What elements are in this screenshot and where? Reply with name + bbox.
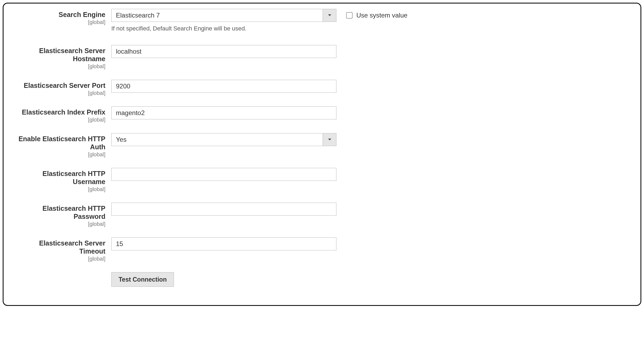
row-test-connection: Test Connection [12, 272, 632, 287]
control-col [111, 106, 336, 119]
row-es-http-auth: Enable Elasticsearch HTTP Auth [global] … [12, 133, 632, 158]
use-system-value-label: Use system value [356, 12, 407, 19]
scope-label: [global] [12, 221, 105, 227]
label-search-engine: Search Engine [12, 11, 105, 19]
es-http-password-input[interactable] [111, 203, 336, 216]
label-es-http-username: Elasticsearch HTTP Username [12, 170, 105, 186]
row-search-engine: Search Engine [global] Elasticsearch 7 I… [12, 9, 632, 32]
es-port-input[interactable] [111, 80, 336, 93]
test-connection-button[interactable]: Test Connection [111, 272, 174, 287]
control-col [111, 237, 336, 250]
label-col: Elasticsearch HTTP Password [global] [12, 203, 111, 227]
scope-label: [global] [12, 63, 105, 70]
label-col: Elasticsearch Index Prefix [global] [12, 106, 111, 123]
label-es-timeout: Elasticsearch Server Timeout [12, 239, 105, 255]
row-es-hostname: Elasticsearch Server Hostname [global] [12, 45, 632, 70]
label-es-http-auth: Enable Elasticsearch HTTP Auth [12, 135, 105, 151]
use-system-value-checkbox[interactable]: Use system value [346, 12, 407, 19]
config-panel: Search Engine [global] Elasticsearch 7 I… [3, 3, 641, 306]
label-col: Search Engine [global] [12, 9, 111, 25]
scope-label: [global] [12, 186, 105, 192]
scope-label: [global] [12, 117, 105, 123]
es-http-username-input[interactable] [111, 168, 336, 181]
control-col [111, 203, 336, 216]
label-col [12, 272, 111, 274]
label-es-http-password: Elasticsearch HTTP Password [12, 204, 105, 220]
control-col: Elasticsearch 7 If not specified, Defaul… [111, 9, 336, 32]
control-col: Yes [111, 133, 336, 146]
chevron-down-icon [323, 133, 336, 146]
label-es-index-prefix: Elasticsearch Index Prefix [12, 108, 105, 116]
label-col: Elasticsearch Server Timeout [global] [12, 237, 111, 262]
row-es-http-username: Elasticsearch HTTP Username [global] [12, 168, 632, 192]
label-col: Elasticsearch HTTP Username [global] [12, 168, 111, 192]
row-es-timeout: Elasticsearch Server Timeout [global] [12, 237, 632, 262]
scope-label: [global] [12, 151, 105, 158]
label-col: Enable Elasticsearch HTTP Auth [global] [12, 133, 111, 158]
es-index-prefix-input[interactable] [111, 106, 336, 119]
label-es-hostname: Elasticsearch Server Hostname [12, 47, 105, 63]
row-es-index-prefix: Elasticsearch Index Prefix [global] [12, 106, 632, 123]
es-http-auth-select[interactable]: Yes [111, 133, 336, 146]
scope-label: [global] [12, 90, 105, 96]
aux-col: Use system value [336, 9, 407, 22]
es-http-auth-value: Yes [112, 136, 323, 143]
checkbox-icon [346, 12, 353, 19]
es-hostname-input[interactable] [111, 45, 336, 58]
label-col: Elasticsearch Server Hostname [global] [12, 45, 111, 70]
label-es-port: Elasticsearch Server Port [12, 81, 105, 89]
row-es-http-password: Elasticsearch HTTP Password [global] [12, 203, 632, 227]
label-col: Elasticsearch Server Port [global] [12, 80, 111, 96]
row-es-port: Elasticsearch Server Port [global] [12, 80, 632, 96]
control-col [111, 168, 336, 181]
search-engine-value: Elasticsearch 7 [112, 12, 323, 19]
scope-label: [global] [12, 256, 105, 262]
scope-label: [global] [12, 19, 105, 25]
control-col [111, 45, 336, 58]
es-timeout-input[interactable] [111, 237, 336, 250]
control-col: Test Connection [111, 272, 336, 287]
search-engine-note: If not specified, Default Search Engine … [111, 25, 336, 32]
chevron-down-icon [323, 9, 336, 22]
search-engine-select[interactable]: Elasticsearch 7 [111, 9, 336, 22]
control-col [111, 80, 336, 93]
